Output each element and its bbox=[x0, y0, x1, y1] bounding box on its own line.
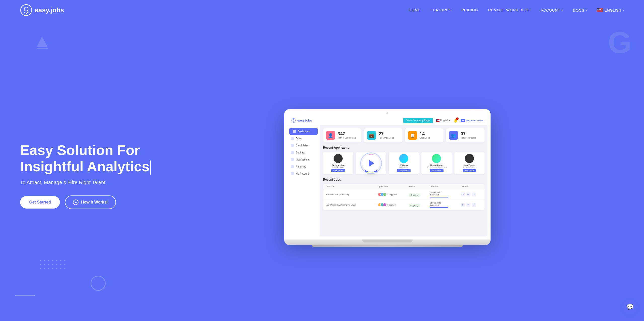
app-sidebar: Dashboard Jobs Candidates bbox=[287, 125, 320, 236]
app-language[interactable]: English ▾ bbox=[436, 119, 451, 122]
applicants-row: David McDon UI/UX Designer View Details … bbox=[323, 152, 485, 174]
nav-features[interactable]: FEATURES bbox=[430, 8, 451, 12]
account-arrow-icon: ▾ bbox=[561, 9, 563, 12]
applicant-card-4: Alison Burgas HR Executive (Mid-Level) V… bbox=[421, 152, 452, 174]
job-2-status: Ongoing bbox=[409, 203, 430, 207]
sidebar-item-settings[interactable]: Settings bbox=[287, 149, 320, 156]
jobs-stat-info: 27 Published Jobs bbox=[379, 132, 394, 139]
stat-draft-jobs: 📋 14 Draft Jobs bbox=[405, 128, 444, 142]
applicant-card-1: David McDon UI/UX Designer View Details bbox=[323, 152, 353, 174]
laptop-base bbox=[284, 239, 491, 245]
app-header-controls: View Company Page English ▾ 🔔 2 bbox=[403, 118, 484, 123]
view-details-btn-3[interactable]: View Details bbox=[397, 169, 411, 172]
app-notification-bell[interactable]: 🔔 2 bbox=[453, 118, 458, 123]
app-main-content: 👤 347 Active Candidates 💼 27 bbox=[320, 125, 488, 236]
laptop-screen: easy.jobs View Company Page English ▾ bbox=[284, 109, 491, 239]
get-started-button[interactable]: Get Started bbox=[20, 196, 60, 209]
svg-point-15 bbox=[294, 121, 294, 122]
logo[interactable]: easy.jobs bbox=[20, 4, 64, 16]
dashboard-icon bbox=[293, 130, 296, 133]
app-ui: easy.jobs View Company Page English ▾ bbox=[287, 116, 488, 236]
sidebar-item-dashboard[interactable]: Dashboard bbox=[289, 128, 318, 135]
candidates-stat-icon: 👤 bbox=[326, 131, 335, 140]
applicant-avatars-2 bbox=[378, 203, 386, 207]
hero-content: Easy Solution For Insightful Analytics T… bbox=[20, 142, 151, 209]
chat-button[interactable]: 💬 bbox=[623, 300, 636, 313]
docs-arrow-icon: ▾ bbox=[586, 9, 587, 12]
applicant-avatar-1 bbox=[334, 154, 343, 163]
job-settings-icon[interactable]: ⚙ bbox=[461, 192, 465, 196]
applicant-card-3: Williams HR Support View Details bbox=[389, 152, 419, 174]
pipelines-icon bbox=[291, 165, 294, 168]
applicant-avatar-4 bbox=[432, 154, 441, 163]
jobs-table: Job Title Applicants Status Deadline Act… bbox=[323, 184, 485, 210]
deco-triangle bbox=[35, 35, 49, 50]
sidebar-item-candidates[interactable]: Candidates bbox=[287, 142, 320, 149]
svg-point-0 bbox=[21, 5, 32, 16]
nav-docs[interactable]: DOCS ▾ bbox=[573, 8, 587, 12]
svg-rect-7 bbox=[597, 11, 603, 11]
language-selector[interactable]: ★★★ ENGLISH ▾ bbox=[597, 8, 624, 12]
applicant-card-2: Jinefa Digital ... View Det... bbox=[356, 152, 386, 174]
svg-rect-19 bbox=[436, 119, 437, 121]
how-it-works-button[interactable]: ▶ How It Works! bbox=[65, 195, 116, 209]
logo-text: easy.jobs bbox=[35, 6, 64, 14]
sidebar-item-my-account[interactable]: My Account bbox=[287, 170, 320, 177]
deadline-progress-bar bbox=[430, 197, 448, 197]
wp-developer-logo: W WPDEVELOPER bbox=[461, 119, 484, 122]
view-company-button[interactable]: View Company Page bbox=[403, 118, 433, 123]
deco-g-icon: G bbox=[608, 25, 631, 60]
job-row-1: HR Executive (Mid-Level) 14 applied bbox=[323, 189, 485, 200]
drafts-stat-icon: 📋 bbox=[408, 131, 417, 140]
applicant-avatar-5 bbox=[465, 154, 474, 163]
hero-title: Easy Solution For Insightful Analytics bbox=[20, 142, 151, 175]
job-settings-icon-2[interactable]: ⚙ bbox=[461, 203, 465, 207]
sidebar-item-jobs[interactable]: Jobs bbox=[287, 135, 320, 142]
play-button-overlay[interactable] bbox=[362, 154, 380, 172]
laptop-notch bbox=[362, 239, 413, 243]
job-1-actions: ⚙ ✏ ↗ bbox=[461, 192, 481, 196]
hero-subtitle: To Attract, Manage & Hire Right Talent bbox=[20, 180, 151, 185]
view-details-btn-4[interactable]: View Details bbox=[430, 169, 443, 172]
candidates-icon bbox=[291, 144, 294, 147]
jobs-stat-icon: 💼 bbox=[367, 131, 376, 140]
svg-point-2 bbox=[27, 12, 28, 13]
stat-team-members: 👥 07 Team Members bbox=[446, 128, 485, 142]
svg-point-14 bbox=[293, 119, 294, 121]
view-details-btn-1[interactable]: View Details bbox=[331, 169, 345, 172]
job-edit-icon[interactable]: ✏ bbox=[466, 192, 470, 196]
notifications-icon bbox=[291, 158, 294, 161]
account-icon bbox=[291, 172, 294, 175]
nav-remote-work-blog[interactable]: REMOTE WORK BLOG bbox=[488, 8, 531, 12]
hero-section: G Easy Solution For Insightful Analytics… bbox=[0, 20, 644, 321]
job-edit-icon-2[interactable]: ✏ bbox=[466, 203, 470, 207]
job-2-actions: ⚙ ✏ ↗ bbox=[461, 203, 481, 207]
drafts-stat-info: 14 Draft Jobs bbox=[420, 132, 430, 139]
svg-rect-8 bbox=[597, 12, 603, 12]
sidebar-item-pipelines[interactable]: Pipelines bbox=[287, 163, 320, 170]
applicant-avatars bbox=[378, 193, 386, 196]
recent-applicants-title: Recent Applicants bbox=[323, 146, 485, 149]
laptop-foot bbox=[312, 245, 463, 247]
stats-row: 👤 347 Active Candidates 💼 27 bbox=[323, 128, 485, 142]
flag-icon: ★★★ bbox=[597, 8, 603, 12]
job-share-icon-2[interactable]: ↗ bbox=[472, 203, 476, 207]
hero-mockup: easy.jobs View Company Page English ▾ bbox=[151, 104, 624, 247]
svg-point-3 bbox=[26, 13, 27, 14]
app-body: Dashboard Jobs Candidates bbox=[287, 125, 488, 236]
nav-links: HOME FEATURES PRICING REMOTE WORK BLOG A… bbox=[409, 8, 624, 12]
app-logo: easy.jobs bbox=[291, 118, 312, 123]
view-details-btn-5[interactable]: View Details bbox=[463, 169, 476, 172]
nav-home[interactable]: HOME bbox=[409, 8, 420, 12]
job-share-icon[interactable]: ↗ bbox=[472, 192, 476, 196]
applicant-card-5: Lucy Farzen UI/UX Designer View Details bbox=[454, 152, 485, 174]
job-1-deadline: 15 Feb 2020 8 days left bbox=[430, 191, 461, 197]
jobs-table-header: Job Title Applicants Status Deadline Act… bbox=[323, 184, 485, 189]
nav-pricing[interactable]: PRICING bbox=[461, 8, 478, 12]
stat-candidates: 👤 347 Active Candidates bbox=[323, 128, 361, 142]
sidebar-item-notifications[interactable]: Notifications bbox=[287, 156, 320, 163]
job-1-status: Ongoing bbox=[409, 192, 430, 197]
nav-account[interactable]: ACCOUNT ▾ bbox=[541, 8, 563, 12]
chat-icon: 💬 bbox=[627, 304, 633, 310]
job-2-deadline: 15 Feb 2020 8 days left bbox=[430, 202, 461, 208]
